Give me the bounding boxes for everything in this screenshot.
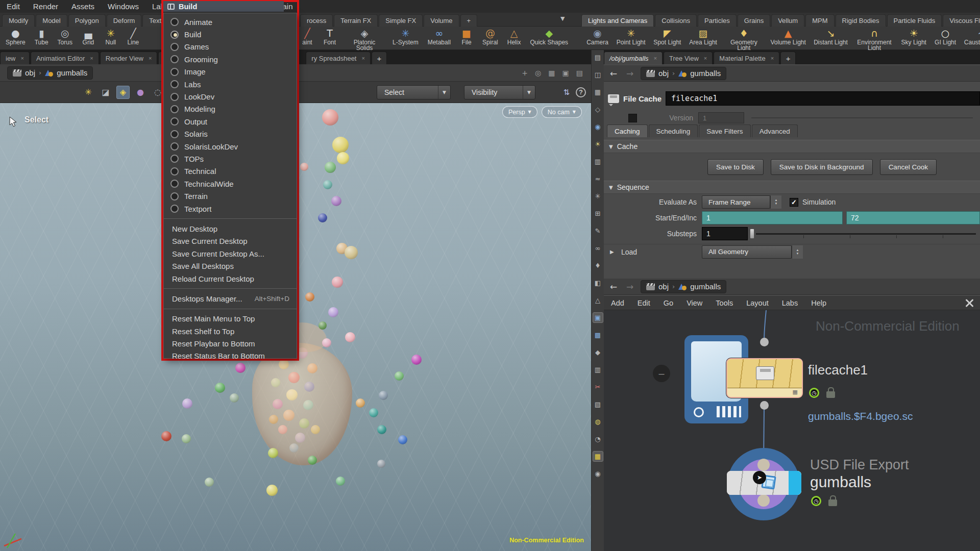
persp-camera-pill[interactable]: Persp ▼ [502, 106, 537, 118]
node-input-connector[interactable] [760, 338, 769, 346]
version-slider[interactable] [751, 117, 973, 118]
shelf-tool[interactable]: ◤Spot Light [649, 27, 685, 50]
side-toolbar-icon[interactable]: ✎ [593, 226, 603, 236]
close-icon[interactable]: × [21, 55, 24, 61]
menu-item[interactable]: Save Current Desktop As... [164, 247, 297, 260]
network-menu-item[interactable]: Edit [638, 299, 650, 307]
side-toolbar-icon[interactable]: ▩ [593, 330, 603, 340]
close-icon[interactable]: × [771, 55, 774, 61]
lock-badge-icon[interactable] [828, 499, 837, 506]
desktop-radio-item[interactable]: LookDev [164, 90, 297, 103]
desktop-radio-item[interactable]: Output [164, 115, 297, 128]
side-toolbar-icon[interactable]: ♦ [593, 260, 603, 271]
breadcrumb-node[interactable]: gumballs [57, 68, 87, 77]
desktop-selector[interactable]: Build [163, 1, 284, 12]
shelf-tool[interactable]: ◉Camera [582, 27, 612, 50]
evaluate-as-dropdown[interactable]: Frame Range [702, 195, 770, 209]
pane-tab[interactable]: Render View× [100, 52, 158, 64]
side-toolbar-icon[interactable]: ≈ [593, 173, 603, 184]
display-sets-icon[interactable]: ⇅ [563, 88, 570, 97]
shelf-tab[interactable]: Deform [107, 14, 142, 27]
wrench-icon[interactable] [965, 298, 974, 308]
shelf-tool[interactable]: ╱aint [296, 27, 318, 50]
node-collapse-badge[interactable]: – [653, 365, 670, 382]
version-checkbox[interactable] [628, 114, 637, 122]
side-toolbar-icon[interactable]: ▥ [593, 364, 603, 375]
time-dependent-badge-icon[interactable]: ◷ [809, 388, 819, 398]
file-cache-icon[interactable] [608, 94, 619, 103]
start-field[interactable]: 1 [702, 211, 843, 224]
cache-button[interactable]: Cancel Cook [880, 159, 937, 175]
side-toolbar-icon[interactable]: ▦ [593, 451, 603, 462]
node-name-label[interactable]: gumballs [810, 473, 871, 491]
menubar-item[interactable]: Assets [65, 0, 101, 13]
network-breadcrumb[interactable]: obj › gumballs [641, 280, 726, 293]
desktop-radio-item[interactable]: Grooming [164, 53, 297, 65]
shelf-tab[interactable]: Grains [738, 14, 770, 27]
shelf-tool[interactable]: ↘Distant Light [810, 27, 851, 50]
network-editor-canvas[interactable]: Non-Commercial Edition – ▦ filecache1 ◷ … [604, 310, 980, 551]
menu-item[interactable]: Save Current Desktop [164, 235, 297, 247]
shelf-tool[interactable]: ◈Platonic Solids [341, 27, 388, 50]
shelf-tool[interactable]: ○GI Light [930, 27, 960, 50]
network-menu-item[interactable]: Labs [782, 299, 798, 307]
breadcrumb-root[interactable]: obj [25, 68, 35, 77]
shelf-overflow-arrow-icon[interactable]: ▼ [560, 15, 565, 22]
shelf-tab[interactable]: Polygon [68, 14, 106, 27]
close-icon[interactable]: × [654, 55, 657, 61]
node-output-connector[interactable] [760, 401, 769, 410]
node-output-connector[interactable] [757, 494, 770, 507]
shelf-tab[interactable]: + [460, 14, 478, 27]
node-name-field[interactable]: filecache1 [666, 91, 980, 106]
desktop-radio-item[interactable]: TOPs [164, 153, 297, 165]
side-toolbar-icon[interactable]: ◧ [593, 278, 603, 288]
substeps-field[interactable]: 1 [702, 227, 748, 240]
shelf-tab[interactable]: rocess [300, 14, 333, 27]
side-toolbar-icon[interactable]: ▥ [593, 156, 603, 167]
menu-item[interactable]: Desktops Manager...Alt+Shift+D [164, 292, 297, 305]
desktop-radio-item[interactable]: Textport [164, 203, 297, 215]
side-toolbar-icon[interactable]: ▧ [593, 399, 603, 410]
shelf-tab[interactable]: Collisions [655, 14, 697, 27]
menu-item[interactable]: Reset Shelf to Top [164, 325, 297, 337]
shelf-tab[interactable]: Particle Fluids [887, 14, 942, 27]
menu-item[interactable]: Reset Main Menu to Top [164, 313, 297, 325]
shelf-tool[interactable]: ●Sphere [1, 27, 30, 50]
side-toolbar-icon[interactable]: ▦ [593, 87, 603, 97]
side-toolbar-icon[interactable]: ◫ [593, 69, 603, 80]
shelf-tool[interactable]: ▲Volume Light [767, 27, 810, 50]
shelf-tab[interactable]: Terrain FX [334, 14, 378, 27]
shelf-tool[interactable]: ☀Sky Light [897, 27, 930, 50]
shelf-tab[interactable]: Viscous Fluids [943, 14, 980, 27]
shelf-tab[interactable]: Modify [2, 14, 35, 27]
side-toolbar-icon[interactable]: ◆ [593, 347, 603, 358]
pane-tab[interactable]: Animation Editor× [31, 52, 99, 64]
shelf-tab[interactable]: Particles [698, 14, 737, 27]
stepper-icon[interactable]: ▲▼ [792, 245, 803, 259]
network-menu-item[interactable]: Go [664, 299, 673, 307]
network-menu-item[interactable]: Tools [716, 299, 733, 307]
time-dependent-badge-icon[interactable]: ◷ [811, 496, 821, 506]
shelf-tool[interactable]: ▨Area Light [685, 27, 721, 50]
desktop-radio-item[interactable]: SolarisLookDev [164, 140, 297, 153]
node-file-path-label[interactable]: gumballs.$F4.bgeo.sc [808, 410, 913, 422]
side-toolbar-icon[interactable]: △ [593, 295, 603, 306]
filecache-node[interactable]: ▦ [726, 358, 803, 398]
network-menu-item[interactable]: Layout [746, 299, 769, 307]
pane-tab[interactable]: Tree View× [664, 52, 713, 64]
pane-tab[interactable]: ry Spreadsheet× [306, 52, 371, 64]
back-arrow-icon[interactable]: ← [608, 68, 619, 79]
menubar-item[interactable]: Render [27, 0, 65, 13]
substeps-slider[interactable] [750, 227, 976, 240]
side-toolbar-icon[interactable]: ▤ [593, 52, 603, 63]
version-field[interactable]: 1 [698, 112, 744, 123]
close-icon[interactable]: × [704, 55, 707, 61]
forward-arrow-icon[interactable]: → [624, 68, 635, 79]
shelf-tool[interactable]: ◎Torus [53, 27, 77, 50]
shelf-tool[interactable]: ▄Grid [77, 27, 100, 50]
shelf-tool[interactable]: ∞Metaball [423, 27, 455, 50]
display-option-icon[interactable]: ◌ [151, 86, 164, 99]
shelf-tool[interactable]: @Spiral [478, 27, 503, 50]
lock-badge-icon[interactable] [826, 391, 835, 398]
shelf-tool[interactable]: ~Caustic Light [960, 27, 980, 50]
